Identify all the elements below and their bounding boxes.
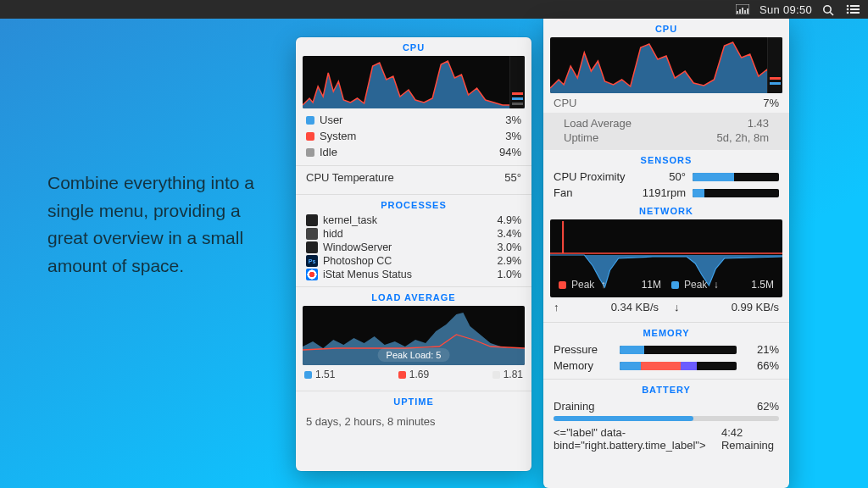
cpu-prox-row: CPU Proximity 50° — [543, 169, 789, 185]
promo-text: Combine everything into a single menu, p… — [47, 169, 285, 280]
meter — [620, 346, 737, 354]
svg-rect-15 — [562, 221, 564, 253]
cpu-header: CPU — [296, 37, 531, 56]
network-legend: Peak ↑11M Peak ↓1.5M — [550, 277, 782, 294]
cpu-temp-row[interactable]: CPU Temperature55° — [296, 166, 531, 189]
swatch-icon — [671, 281, 679, 289]
cpu-graph[interactable] — [303, 56, 525, 108]
pressure-row: Pressure 21% — [543, 341, 789, 358]
svg-rect-2 — [739, 9, 741, 14]
menubar: Sun 09:50 — [0, 0, 868, 19]
svg-point-10 — [847, 8, 849, 11]
cpu-header-right: CPU — [543, 19, 789, 37]
meter — [620, 362, 737, 370]
network-rates: ↑0.34 KB/s ↓0.99 KB/s — [543, 297, 789, 317]
list-icon[interactable] — [846, 4, 860, 14]
process-row[interactable]: iStat Menus Status1.0% — [296, 268, 531, 281]
svg-point-8 — [847, 5, 849, 8]
swatch-icon — [306, 148, 314, 157]
svg-line-7 — [830, 12, 833, 15]
svg-rect-9 — [850, 5, 860, 7]
cpu-idle-row: Idle94% — [296, 144, 531, 160]
swatch-icon — [304, 371, 312, 379]
battery-time-row: <="label" data-bind="right.battery.time_… — [543, 424, 789, 453]
process-row[interactable]: hidd3.4% — [296, 227, 531, 241]
cpu-menubar-icon[interactable] — [736, 4, 749, 14]
network-graph[interactable]: Peak ↑11M Peak ↓1.5M — [550, 219, 782, 297]
menubar-clock[interactable]: Sun 09:50 — [760, 3, 812, 16]
process-row[interactable]: kernel_task4.9% — [296, 214, 531, 227]
swatch-icon — [398, 371, 406, 379]
memory-header: MEMORY — [543, 323, 789, 341]
uptime-header: UPTIME — [296, 391, 531, 410]
svg-point-12 — [847, 12, 849, 14]
peak-load-pill: Peak Load: 5 — [378, 348, 450, 362]
photoshop-icon — [306, 255, 318, 267]
stats-panel-left: CPU User3% System3% Idle94% CPU Temperat… — [296, 37, 531, 471]
svg-rect-3 — [742, 8, 743, 14]
process-icon — [306, 214, 318, 226]
memory-row: Memory 66% — [543, 358, 789, 374]
load-graph[interactable]: Peak Load: 5 — [303, 306, 525, 365]
process-row[interactable]: Photoshop CC2.9% — [296, 254, 531, 268]
istat-icon — [306, 269, 318, 280]
process-row[interactable]: WindowServer3.0% — [296, 241, 531, 254]
process-icon — [306, 241, 318, 253]
cpu-total-row: CPU7% — [543, 93, 789, 113]
stats-panel-right: CPU CPU7% Load Average1.43 Uptime5d, 2h,… — [543, 19, 789, 488]
load-header: LOAD AVERAGE — [296, 287, 531, 306]
cpu-system-row: System3% — [296, 128, 531, 144]
battery-header: BATTERY — [543, 380, 789, 398]
process-icon — [306, 228, 318, 240]
processes-header: PROCESSES — [296, 195, 531, 214]
svg-rect-4 — [744, 10, 746, 14]
svg-rect-13 — [850, 12, 860, 14]
search-icon[interactable] — [822, 4, 836, 14]
cpu-user-row: User3% — [296, 112, 531, 128]
swatch-icon — [306, 132, 314, 141]
fan-row: Fan 1191rpm — [543, 185, 789, 201]
svg-point-6 — [824, 6, 831, 13]
swatch-icon — [306, 116, 314, 125]
network-header: NETWORK — [543, 201, 789, 219]
uptime-value: 5 days, 2 hours, 8 minutes — [296, 410, 531, 436]
svg-rect-1 — [737, 11, 738, 14]
meter — [693, 173, 779, 181]
meter — [693, 189, 779, 197]
battery-state-row: Draining62% — [543, 398, 789, 414]
swatch-icon — [559, 281, 566, 289]
sensors-header: SENSORS — [543, 150, 789, 169]
cpu-graph-right[interactable] — [550, 37, 782, 93]
summary-band: Load Average1.43 Uptime5d, 2h, 8m — [543, 113, 789, 150]
svg-rect-5 — [747, 8, 748, 14]
battery-bar — [554, 416, 779, 421]
svg-rect-11 — [850, 8, 860, 10]
load-values: 1.51 1.69 1.81 — [296, 365, 531, 385]
swatch-icon — [492, 371, 500, 379]
